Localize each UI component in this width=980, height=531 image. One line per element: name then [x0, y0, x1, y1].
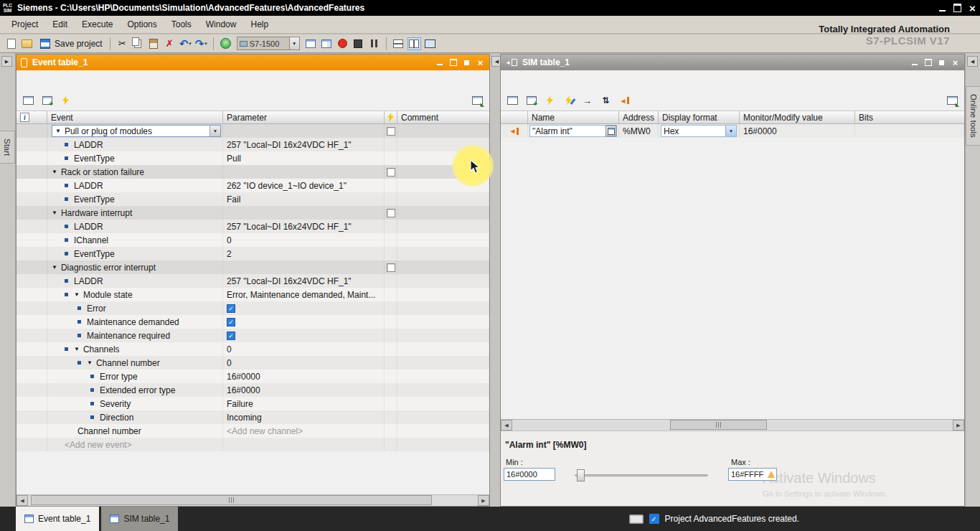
- event-row-extended-error-type[interactable]: Extended error type16#0000: [17, 383, 489, 397]
- scroll-track[interactable]: [512, 420, 953, 431]
- min-value-input[interactable]: 16#0000: [504, 468, 555, 481]
- parameter-cell[interactable]: 16#0000: [223, 370, 385, 383]
- event-row-laddr[interactable]: LADDR257 "Local~DI 16x24VDC HF_1": [17, 274, 489, 288]
- expand-left-panel-icon[interactable]: ▶: [1, 56, 12, 67]
- open-project-icon[interactable]: [20, 37, 34, 50]
- chevron-down-icon[interactable]: ▼: [725, 126, 736, 136]
- maximize-icon[interactable]: [447, 57, 459, 68]
- comment-cell[interactable]: [397, 138, 489, 151]
- bits-cell[interactable]: [855, 124, 964, 138]
- comment-cell[interactable]: [397, 179, 489, 192]
- scroll-left-icon[interactable]: ◀: [501, 420, 512, 431]
- scroll-right-icon[interactable]: ▶: [953, 420, 964, 431]
- menu-execute[interactable]: Execute: [75, 17, 120, 32]
- parameter-cell[interactable]: [223, 438, 385, 451]
- comment-cell[interactable]: [397, 301, 489, 315]
- taskbar-tab-event-table_1[interactable]: Event table_1: [16, 507, 99, 531]
- insert-row-icon[interactable]: [524, 94, 538, 107]
- sim-window-titlebar[interactable]: SIM table_1: [501, 55, 964, 70]
- insert-sim-value-icon[interactable]: [618, 94, 631, 107]
- parameter-column-header[interactable]: Parameter: [223, 111, 385, 123]
- event-row-laddr[interactable]: LADDR257 "Local~DI 16x24VDC HF_1": [17, 138, 489, 151]
- cut-icon[interactable]: [116, 37, 129, 50]
- comment-cell[interactable]: [397, 260, 489, 274]
- slider-track[interactable]: [575, 474, 708, 476]
- comment-checkbox[interactable]: [387, 209, 395, 217]
- collapse-arrow-icon[interactable]: ▼: [52, 264, 57, 271]
- trigger-column-header[interactable]: [385, 111, 397, 123]
- parameter-cell[interactable]: [223, 165, 385, 179]
- parameter-cell[interactable]: <Add new channel>: [223, 424, 385, 438]
- comment-cell[interactable]: [397, 151, 489, 165]
- delete-icon[interactable]: [163, 37, 176, 50]
- comment-cell[interactable]: [397, 288, 489, 301]
- minimize-icon[interactable]: [433, 57, 446, 68]
- format-cell[interactable]: Hex▼: [659, 124, 740, 138]
- comment-cell[interactable]: [397, 410, 489, 424]
- chevron-down-icon[interactable]: ▼: [289, 37, 299, 50]
- checked-checkbox[interactable]: ✓: [227, 332, 235, 340]
- comment-cell[interactable]: [397, 192, 489, 206]
- comment-cell[interactable]: [397, 165, 489, 179]
- comment-checkbox[interactable]: [387, 127, 395, 136]
- comment-cell[interactable]: [397, 247, 489, 260]
- checked-checkbox[interactable]: ✓: [227, 304, 235, 313]
- close-icon[interactable]: [949, 57, 961, 68]
- display-format-combobox[interactable]: Hex▼: [661, 125, 737, 137]
- chevron-down-icon[interactable]: ▼: [209, 126, 220, 136]
- parameter-cell[interactable]: 257 "Local~DI 16x24VDC HF_1": [223, 274, 385, 288]
- parameter-cell[interactable]: 262 "IO device_1~IO device_1": [223, 179, 385, 192]
- comment-column-header[interactable]: Comment: [397, 111, 489, 123]
- open-in-editor-icon[interactable]: [946, 94, 959, 107]
- display-format-column-header[interactable]: Display format: [659, 111, 740, 123]
- add-event-icon[interactable]: [22, 94, 35, 107]
- comment-checkbox[interactable]: [387, 168, 395, 177]
- save-project-icon[interactable]: [38, 37, 52, 50]
- event-row-channel-number[interactable]: Channel number<Add new channel>: [17, 424, 489, 438]
- split-vertical-icon[interactable]: [407, 37, 421, 50]
- insert-event-icon[interactable]: [40, 94, 54, 107]
- modify-with-trigger-icon[interactable]: [562, 94, 575, 107]
- save-project-button[interactable]: Save project: [36, 37, 105, 50]
- tag-selector-button[interactable]: [606, 126, 616, 136]
- checked-checkbox[interactable]: ✓: [227, 318, 235, 326]
- open-in-editor-icon[interactable]: [471, 94, 484, 107]
- parameter-cell[interactable]: 0: [223, 233, 385, 247]
- collapse-arrow-icon[interactable]: ▼: [52, 210, 57, 216]
- trigger-all-events-icon[interactable]: [59, 94, 72, 107]
- close-icon[interactable]: [474, 57, 486, 68]
- comment-cell[interactable]: [397, 315, 489, 329]
- event-row-rack-or-station-failure[interactable]: ▼Rack or station failure: [17, 165, 489, 179]
- keyboard-icon[interactable]: [629, 514, 644, 524]
- write-sim-values-icon[interactable]: [599, 94, 613, 107]
- parameter-cell[interactable]: [223, 206, 385, 220]
- scroll-thumb[interactable]: [670, 420, 767, 430]
- sim-horizontal-scrollbar[interactable]: ◀ ▶: [501, 419, 964, 431]
- menu-help[interactable]: Help: [243, 17, 275, 32]
- parameter-cell[interactable]: ✓: [223, 329, 385, 342]
- pause-icon[interactable]: [367, 37, 381, 50]
- monitor-value-cell[interactable]: 16#0000: [740, 124, 855, 138]
- menu-project[interactable]: Project: [4, 17, 45, 32]
- bits-column-header[interactable]: Bits: [855, 111, 964, 123]
- redo-icon[interactable]: [194, 37, 208, 50]
- event-row-maintenance-demanded[interactable]: Maintenance demanded✓: [17, 315, 489, 329]
- maximize-icon[interactable]: [922, 57, 934, 68]
- event-horizontal-scrollbar[interactable]: ◀ ▶: [17, 494, 489, 506]
- address-column-header[interactable]: Address: [619, 111, 659, 123]
- name-column-header[interactable]: Name: [528, 111, 619, 123]
- add-row-icon[interactable]: [506, 94, 519, 107]
- comment-cell[interactable]: [397, 124, 489, 138]
- comment-cell[interactable]: [397, 356, 489, 370]
- minimize-icon[interactable]: [908, 57, 920, 68]
- comment-cell[interactable]: [397, 438, 489, 451]
- comment-cell[interactable]: [397, 329, 489, 342]
- event-type-combobox[interactable]: ▼Pull or plug of modules▼: [52, 125, 221, 137]
- max-value-input[interactable]: 16#FFFF: [728, 468, 777, 481]
- event-window-titlebar[interactable]: Event table_1: [17, 55, 489, 70]
- start-tab[interactable]: Start: [0, 131, 15, 164]
- load-sim-values-icon[interactable]: [580, 94, 594, 107]
- event-row-laddr[interactable]: LADDR257 "Local~DI 16x24VDC HF_1": [17, 220, 489, 233]
- event-row-error-type[interactable]: Error type16#0000: [17, 370, 489, 383]
- event-row-eventtype[interactable]: EventTypeFail: [17, 192, 489, 206]
